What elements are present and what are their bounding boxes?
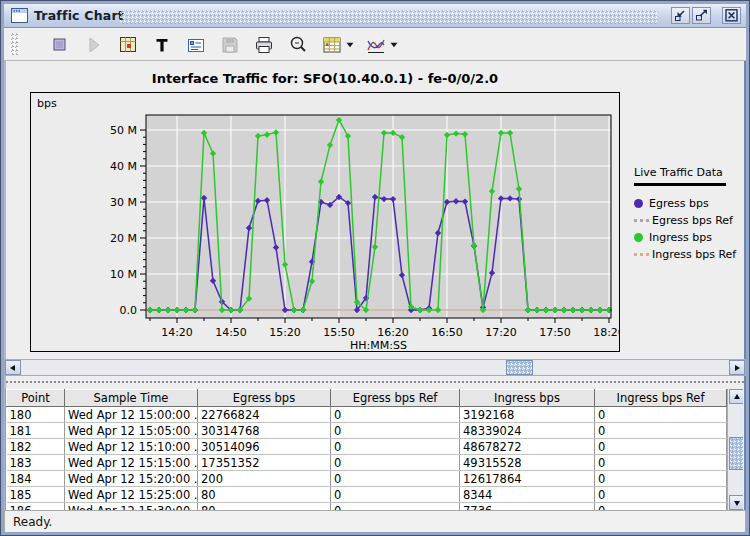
table-cell[interactable]: 30514096 [198,439,331,455]
chart-type-button[interactable] [362,32,400,57]
chevron-down-icon [390,42,398,48]
data-table-container: PointSample TimeEgress bpsEgress bps Ref… [5,389,743,510]
column-header-ingress-bps-ref[interactable]: Ingress bps Ref [595,390,727,407]
scroll-down-button[interactable] [729,495,743,510]
table-cell[interactable]: 48339024 [460,423,595,439]
table-row[interactable]: 186Wed Apr 12 15:30:00 ...80077360 [7,503,727,511]
svg-text:16:50: 16:50 [431,326,463,339]
table-cell[interactable]: 3192168 [460,407,595,423]
table-cell[interactable]: 30314768 [198,423,331,439]
scroll-right-button[interactable] [729,360,745,375]
chart-horizontal-scrollbar[interactable] [4,359,746,376]
table-cell[interactable]: 7736 [460,503,595,511]
table-row[interactable]: 183Wed Apr 12 15:15:00 ...17351352049315… [7,455,727,471]
chart-title: Interface Traffic for: SFO(10.40.0.1) - … [30,71,620,86]
window-title: Traffic Chart [34,8,124,23]
column-header-point[interactable]: Point [7,390,65,407]
table-cell[interactable]: 183 [7,455,65,471]
table-cell[interactable]: 0 [331,455,460,471]
table-cell[interactable]: 185 [7,487,65,503]
legend-rule [634,183,726,186]
column-header-ingress-bps[interactable]: Ingress bps [460,390,595,407]
text-tool-button[interactable] [148,32,176,57]
chevron-down-icon [346,42,354,48]
table-cell[interactable]: Wed Apr 12 15:10:00 ... [65,439,198,455]
table-cell[interactable]: 0 [331,503,460,511]
table-cell[interactable]: 184 [7,471,65,487]
table-cell[interactable]: 80 [198,487,331,503]
table-cell[interactable]: 12617864 [460,471,595,487]
table-cell[interactable]: 0 [331,439,460,455]
table-cell[interactable]: 8344 [460,487,595,503]
table-cell[interactable]: 0 [595,455,727,471]
horizontal-scroll-thumb[interactable] [506,360,533,375]
table-cell[interactable]: Wed Apr 12 15:00:00 ... [65,407,198,423]
svg-text:18:20: 18:20 [593,326,619,339]
table-row[interactable]: 180Wed Apr 12 15:00:00 ...22766824031921… [7,407,727,423]
legend-item-egress-bps-ref: Egress bps Ref [634,212,746,229]
svg-text:50 M: 50 M [110,124,137,137]
table-cell[interactable]: 0 [595,471,727,487]
table-cell[interactable]: Wed Apr 12 15:05:00 ... [65,423,198,439]
table-cell[interactable]: 48678272 [460,439,595,455]
legend-toggle-button[interactable] [182,32,210,57]
table-cell[interactable]: 49315528 [460,455,595,471]
table-cell[interactable]: 182 [7,439,65,455]
save-icon [218,33,242,57]
split-handle[interactable] [6,381,744,386]
close-button[interactable] [722,7,741,24]
print-button[interactable] [250,32,278,57]
table-cell[interactable]: 0 [595,503,727,511]
stop-button[interactable] [46,32,74,57]
toolbar-buttons [46,32,400,57]
save-button[interactable] [216,32,244,57]
column-header-sample-time[interactable]: Sample Time [65,390,198,407]
table-row[interactable]: 185Wed Apr 12 15:25:00 ...80083440 [7,487,727,503]
table-cell[interactable]: 0 [595,439,727,455]
table-cell[interactable]: 180 [7,407,65,423]
table-cell[interactable]: Wed Apr 12 15:30:00 ... [65,503,198,511]
zoom-button[interactable] [284,32,312,57]
table-cell[interactable]: Wed Apr 12 15:15:00 ... [65,455,198,471]
legend-item-ingress-bps: Ingress bps [634,229,746,246]
toolbar-drag-handle[interactable] [10,33,19,55]
table-cell[interactable]: Wed Apr 12 15:20:00 ... [65,471,198,487]
table-cell[interactable]: 0 [331,423,460,439]
table-view-button[interactable] [318,32,356,57]
table-cell[interactable]: 22766824 [198,407,331,423]
column-header-egress-bps[interactable]: Egress bps [198,390,331,407]
table-cell[interactable]: 200 [198,471,331,487]
table-row[interactable]: 184Wed Apr 12 15:20:00 ...2000126178640 [7,471,727,487]
table-row[interactable]: 181Wed Apr 12 15:05:00 ...30314768048339… [7,423,727,439]
window-icon [11,8,28,23]
maximize-button[interactable] [692,7,711,24]
table-cell[interactable]: 0 [595,407,727,423]
arrow-down-icon [733,499,741,507]
table-cell[interactable]: 186 [7,503,65,511]
table-header-row: PointSample TimeEgress bpsEgress bps Ref… [7,390,727,407]
table-cell[interactable]: 17351352 [198,455,331,471]
svg-text:20 M: 20 M [110,232,137,245]
table-cell[interactable]: 0 [595,487,727,503]
scroll-left-button[interactable] [5,360,21,375]
table-cell[interactable]: 0 [331,471,460,487]
traffic-line-chart: 0.010 M20 M30 M40 M50 M14:2014:5015:2015… [31,93,619,351]
table-vertical-scrollbar[interactable] [727,389,743,510]
column-header-egress-bps-ref[interactable]: Egress bps Ref [331,390,460,407]
table-cell[interactable]: 80 [198,503,331,511]
table-cell[interactable]: 0 [595,423,727,439]
table-row[interactable]: 182Wed Apr 12 15:10:00 ...30514096048678… [7,439,727,455]
svg-text:10 M: 10 M [110,268,137,281]
scroll-up-button[interactable] [729,389,743,404]
table-cell[interactable]: Wed Apr 12 15:25:00 ... [65,487,198,503]
minimize-button[interactable] [671,7,690,24]
table-cell[interactable]: 0 [331,407,460,423]
chart-settings-button[interactable] [114,32,142,57]
title-bar[interactable]: Traffic Chart [4,4,746,28]
chart-panel: 0.010 M20 M30 M40 M50 M14:2014:5015:2015… [30,92,620,352]
svg-text:40 M: 40 M [110,160,137,173]
table-cell[interactable]: 181 [7,423,65,439]
play-button[interactable] [80,32,108,57]
table-cell[interactable]: 0 [331,487,460,503]
vertical-scroll-thumb[interactable] [729,437,743,470]
